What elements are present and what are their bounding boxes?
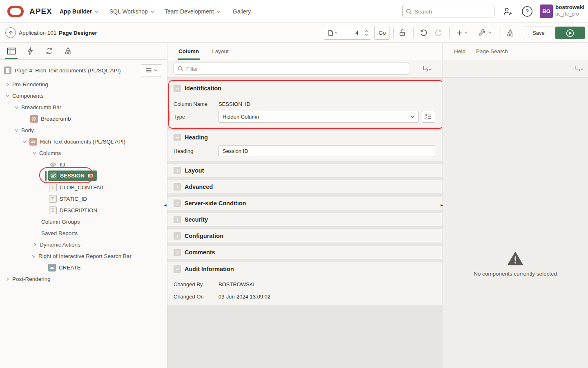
tree-item-breadcrumb[interactable]: Breadcrumb <box>0 113 167 124</box>
tab-rendering[interactable] <box>5 43 18 59</box>
plain-text-column-icon: T <box>49 184 57 191</box>
tree-item-label: Columns <box>39 150 61 156</box>
expand-icon <box>174 216 181 223</box>
tab-dynamic-actions[interactable] <box>24 43 37 59</box>
tree-item-post-rendering[interactable]: Post-Rendering <box>0 273 167 285</box>
go-to-group-button[interactable] <box>418 63 436 75</box>
tree-item-components[interactable]: Components <box>0 90 167 101</box>
tree-item-pre-rendering[interactable]: Pre-Rendering <box>0 79 167 90</box>
type-select[interactable]: Hidden Column <box>218 111 419 123</box>
section-audit-information: Audit Information Changed By BOSTROWSKI … <box>167 262 442 305</box>
section-server-side-condition-header[interactable]: Server-side Condition <box>167 197 442 210</box>
save-button[interactable]: Save <box>524 27 553 39</box>
section-title: Advanced <box>185 184 213 190</box>
section-configuration-header[interactable]: Configuration <box>167 229 442 242</box>
tree-item-saved-reports[interactable]: Saved Reports <box>0 227 167 239</box>
menu-sql-workshop[interactable]: SQL Workshop <box>109 0 154 23</box>
collapse-right-splitter[interactable]: ▸ <box>441 203 443 207</box>
go-to-app-button[interactable] <box>5 27 16 38</box>
page-number-input[interactable] <box>341 26 362 39</box>
tree-item-label: DESCRIPTION <box>60 207 97 213</box>
tree-item-body[interactable]: Body <box>0 124 167 136</box>
tree-item-breadcrumb-bar[interactable]: Breadcrumb Bar <box>0 101 167 113</box>
tree-item-create-button[interactable]: CREATE <box>0 262 167 273</box>
tree-menu-button[interactable] <box>141 64 162 76</box>
tree-item-label: Rich Text documents (PL/SQL API) <box>40 139 125 145</box>
section-security-header[interactable]: Security <box>167 213 442 226</box>
tree-item-column-groups[interactable]: Column Groups <box>0 216 167 227</box>
section-advanced-header[interactable]: Advanced <box>167 180 442 193</box>
tab-page-shared-components[interactable] <box>61 43 74 59</box>
redo-button[interactable] <box>431 26 445 40</box>
menu-app-builder[interactable]: App Builder <box>60 0 98 23</box>
collapse-left-splitter[interactable]: ◂ <box>164 203 167 207</box>
tree-root-label: Page 4: Rich Text documents (PL/SQL API) <box>15 67 141 74</box>
section-comments-header[interactable]: Comments <box>167 246 442 259</box>
tree-root[interactable]: Page 4: Rich Text documents (PL/SQL API) <box>0 62 167 79</box>
tab-processing[interactable] <box>42 43 56 59</box>
selected-node[interactable]: SESSION_ID <box>48 171 97 181</box>
go-button[interactable]: Go <box>374 26 390 40</box>
search-input[interactable] <box>414 9 484 15</box>
tree-item-column-session-id[interactable]: SESSION_ID <box>0 170 167 182</box>
quick-pick-list-button[interactable] <box>422 111 435 123</box>
field-type: Type Hidden Column <box>167 110 442 123</box>
filter-input[interactable] <box>186 66 390 72</box>
page-finder-button[interactable] <box>324 26 341 39</box>
unlocked-padlock-icon <box>398 29 406 37</box>
collapse-icon <box>174 265 181 273</box>
section-title: Heading <box>185 134 208 141</box>
tab-layout[interactable]: Layout <box>211 48 229 60</box>
tree-item-columns[interactable]: Columns <box>0 147 167 159</box>
global-search[interactable] <box>402 5 494 18</box>
rendering-icon <box>7 47 16 55</box>
redo-icon <box>434 29 443 37</box>
tree-item-dynamic-actions[interactable]: Dynamic Actions <box>0 239 167 250</box>
shared-components-icon <box>64 47 72 55</box>
tree-item-label: Breadcrumb <box>41 116 71 122</box>
tab-help[interactable]: Help <box>454 48 466 54</box>
menu-gallery[interactable]: Gallery <box>233 0 251 23</box>
page-number-stepper[interactable] <box>362 26 371 39</box>
tree-item-column-description[interactable]: T DESCRIPTION <box>0 204 167 216</box>
interactive-report-icon <box>29 138 37 146</box>
heading-input[interactable] <box>218 145 435 157</box>
field-label: Column Name <box>174 101 218 107</box>
tab-page-search[interactable]: Page Search <box>476 48 508 54</box>
chevron-down-icon <box>15 105 18 109</box>
admin-button[interactable] <box>501 5 514 18</box>
create-menu-button[interactable] <box>453 26 471 40</box>
avatar[interactable]: BO <box>540 4 553 18</box>
apex-logo-text: APEX <box>29 7 52 16</box>
section-audit-header[interactable]: Audit Information <box>167 262 442 276</box>
help-button[interactable]: ? <box>521 5 534 18</box>
tree-item-label: Body <box>21 127 34 133</box>
changed-by-value: BOSTROWSKI <box>218 281 254 287</box>
tree-item-column-clob-content[interactable]: T CLOB_CONTENT <box>0 182 167 193</box>
utilities-menu-button[interactable] <box>476 26 494 40</box>
expand-icon <box>174 232 181 240</box>
tab-column[interactable]: Column <box>178 48 200 60</box>
section-layout-header[interactable]: Layout <box>167 164 442 177</box>
breadcrumb-separator: \ <box>54 29 56 36</box>
search-icon <box>406 9 412 15</box>
breadcrumb-application[interactable]: Application 101 <box>19 30 56 36</box>
lock-page-button[interactable] <box>395 26 409 40</box>
section-heading-header[interactable]: Heading <box>167 130 442 144</box>
tree-item-right-of-ir-search-bar[interactable]: Right of Interactive Report Search Bar <box>0 250 167 262</box>
property-editor-panel: Column Layout Identification Column Name… <box>167 43 442 368</box>
run-page-button[interactable] <box>555 27 585 39</box>
chevron-down-icon <box>410 115 414 118</box>
tree-item-column-id[interactable]: ID <box>0 159 167 170</box>
filter-field[interactable] <box>174 63 409 75</box>
section-title: Server-side Condition <box>185 200 246 206</box>
tree-item-rich-text-region[interactable]: Rich Text documents (PL/SQL API) <box>0 136 167 147</box>
go-to-group-button[interactable] <box>570 63 588 75</box>
tree-item-column-static-id[interactable]: T STATIC_ID <box>0 193 167 204</box>
user-info[interactable]: bostrowski uc_rte_pro <box>555 4 584 17</box>
shared-components-button[interactable] <box>503 26 517 40</box>
undo-button[interactable] <box>416 26 430 40</box>
menu-team-development[interactable]: Team Development <box>165 0 220 23</box>
chevron-down-icon <box>216 10 220 13</box>
section-identification-header[interactable]: Identification <box>167 81 442 95</box>
